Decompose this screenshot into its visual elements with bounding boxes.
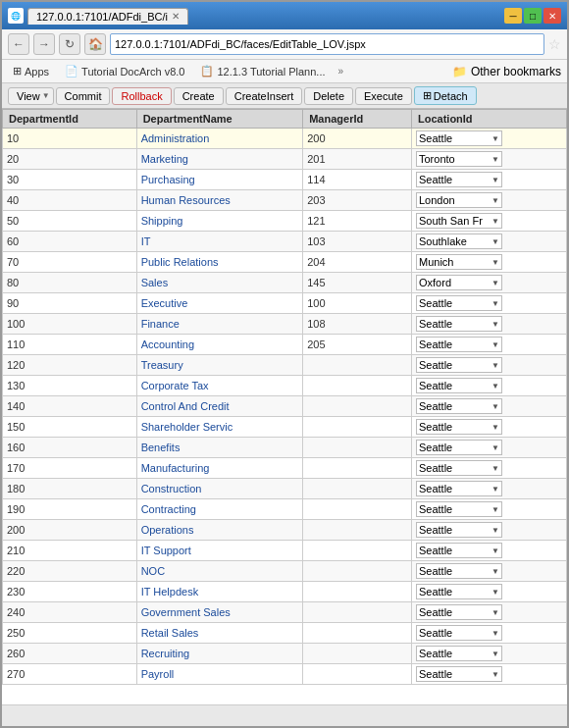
location-select[interactable]: SeattleTorontoLondonSouth San FrSouthlak…	[416, 398, 502, 414]
cell-location[interactable]: SeattleTorontoLondonSouth San FrSouthlak…	[411, 376, 566, 396]
cell-location[interactable]: SeattleTorontoLondonSouth San FrSouthlak…	[411, 417, 566, 438]
location-select[interactable]: SeattleTorontoLondonSouth San FrSouthlak…	[416, 584, 502, 599]
location-select[interactable]: SeattleTorontoLondonSouth San FrSouthlak…	[416, 254, 502, 270]
cell-dept-name[interactable]: NOC	[136, 561, 303, 582]
location-select[interactable]: SeattleTorontoLondonSouth San FrSouthlak…	[416, 378, 502, 393]
location-select[interactable]: SeattleTorontoLondonSouth San FrSouthlak…	[416, 337, 502, 352]
cell-location[interactable]: SeattleTorontoLondonSouth San FrSouthlak…	[411, 561, 566, 582]
cell-dept-name[interactable]: Human Resources	[136, 190, 303, 211]
cell-dept-name[interactable]: Government Sales	[136, 602, 303, 623]
cell-location[interactable]: SeattleTorontoLondonSouth San FrSouthlak…	[411, 623, 566, 644]
cell-dept-name[interactable]: Contracting	[136, 499, 303, 520]
view-button[interactable]: View ▼	[8, 87, 54, 105]
cell-location[interactable]: SeattleTorontoLondonSouth San FrSouthlak…	[411, 314, 566, 335]
location-select[interactable]: SeattleTorontoLondonSouth San FrSouthlak…	[416, 440, 502, 455]
back-button[interactable]: ←	[8, 33, 29, 55]
minimize-button[interactable]: ─	[504, 8, 522, 24]
location-select[interactable]: SeattleTorontoLondonSouth San FrSouthlak…	[416, 604, 502, 620]
location-select[interactable]: SeattleTorontoLondonSouth San FrSouthlak…	[416, 501, 502, 517]
cell-location[interactable]: SeattleTorontoLondonSouth San FrSouthlak…	[411, 149, 566, 170]
bookmarks-more[interactable]: »	[338, 66, 344, 77]
createinsert-button[interactable]: CreateInsert	[226, 87, 303, 105]
tab-close-button[interactable]: ✕	[172, 11, 180, 22]
cell-location[interactable]: SeattleTorontoLondonSouth San FrSouthlak…	[411, 664, 566, 685]
bookmark-star[interactable]: ☆	[548, 36, 561, 52]
cell-dept-name[interactable]: Purchasing	[136, 170, 303, 190]
cell-location[interactable]: SeattleTorontoLondonSouth San FrSouthlak…	[411, 170, 566, 190]
cell-dept-name[interactable]: IT	[136, 232, 303, 252]
execute-button[interactable]: Execute	[355, 87, 412, 105]
create-button[interactable]: Create	[174, 87, 224, 105]
cell-dept-name[interactable]: Executive	[136, 293, 303, 314]
cell-location[interactable]: SeattleTorontoLondonSouth San FrSouthlak…	[411, 458, 566, 479]
bookmark-tutorial[interactable]: 📋 12.1.3 Tutorial Plann...	[195, 63, 330, 79]
cell-location[interactable]: SeattleTorontoLondonSouth San FrSouthlak…	[411, 499, 566, 520]
location-select[interactable]: SeattleTorontoLondonSouth San FrSouthlak…	[416, 563, 502, 579]
cell-dept-name[interactable]: Accounting	[136, 335, 303, 355]
location-select[interactable]: SeattleTorontoLondonSouth San FrSouthlak…	[416, 522, 502, 538]
cell-dept-name[interactable]: Marketing	[136, 149, 303, 170]
cell-location[interactable]: SeattleTorontoLondonSouth San FrSouthlak…	[411, 541, 566, 561]
cell-location[interactable]: SeattleTorontoLondonSouth San FrSouthlak…	[411, 190, 566, 211]
location-select[interactable]: SeattleTorontoLondonSouth San FrSouthlak…	[416, 543, 502, 558]
cell-location[interactable]: SeattleTorontoLondonSouth San FrSouthlak…	[411, 252, 566, 273]
cell-location[interactable]: SeattleTorontoLondonSouth San FrSouthlak…	[411, 479, 566, 499]
location-select[interactable]: SeattleTorontoLondonSouth San FrSouthlak…	[416, 460, 502, 476]
home-button[interactable]: 🏠	[84, 33, 106, 55]
cell-dept-name[interactable]: Shipping	[136, 211, 303, 232]
cell-location[interactable]: SeattleTorontoLondonSouth San FrSouthlak…	[411, 644, 566, 664]
delete-button[interactable]: Delete	[304, 87, 353, 105]
cell-dept-name[interactable]: Construction	[136, 479, 303, 499]
cell-dept-name[interactable]: IT Helpdesk	[136, 582, 303, 602]
location-select[interactable]: SeattleTorontoLondonSouth San FrSouthlak…	[416, 666, 502, 682]
cell-dept-name[interactable]: Shareholder Servic	[136, 417, 303, 438]
cell-dept-name[interactable]: Sales	[136, 273, 303, 293]
cell-dept-name[interactable]: Recruiting	[136, 644, 303, 664]
cell-dept-name[interactable]: Finance	[136, 314, 303, 335]
cell-location[interactable]: SeattleTorontoLondonSouth San FrSouthlak…	[411, 582, 566, 602]
rollback-button[interactable]: Rollback	[112, 87, 171, 105]
detach-button[interactable]: ⊞ Detach	[414, 86, 477, 105]
cell-location[interactable]: SeattleTorontoLondonSouth San FrSouthlak…	[411, 602, 566, 623]
cell-location[interactable]: SeattleTorontoLondonSouth San FrSouthlak…	[411, 335, 566, 355]
commit-button[interactable]: Commit	[56, 87, 111, 105]
location-select[interactable]: SeattleTorontoLondonSouth San FrSouthlak…	[416, 275, 502, 290]
cell-dept-name[interactable]: Control And Credit	[136, 396, 303, 417]
location-select[interactable]: SeattleTorontoLondonSouth San FrSouthlak…	[416, 419, 502, 435]
forward-button[interactable]: →	[33, 33, 55, 55]
cell-dept-name[interactable]: Public Relations	[136, 252, 303, 273]
cell-location[interactable]: SeattleTorontoLondonSouth San FrSouthlak…	[411, 129, 566, 149]
cell-dept-name[interactable]: Corporate Tax	[136, 376, 303, 396]
cell-dept-name[interactable]: IT Support	[136, 541, 303, 561]
location-select[interactable]: SeattleTorontoLondonSouth San FrSouthlak…	[416, 192, 502, 208]
bookmark-apps[interactable]: ⊞ Apps	[8, 63, 54, 79]
cell-dept-name[interactable]: Manufacturing	[136, 458, 303, 479]
browser-tab[interactable]: 127.0.0.1:7101/ADFdi_BC/i ✕	[27, 8, 188, 25]
location-select[interactable]: SeattleTorontoLondonSouth San FrSouthlak…	[416, 625, 502, 641]
location-select[interactable]: SeattleTorontoLondonSouth San FrSouthlak…	[416, 295, 502, 311]
cell-dept-name[interactable]: Treasury	[136, 355, 303, 376]
cell-dept-name[interactable]: Retail Sales	[136, 623, 303, 644]
cell-location[interactable]: SeattleTorontoLondonSouth San FrSouthlak…	[411, 438, 566, 458]
cell-dept-name[interactable]: Payroll	[136, 664, 303, 685]
cell-location[interactable]: SeattleTorontoLondonSouth San FrSouthlak…	[411, 293, 566, 314]
cell-dept-name[interactable]: Benefits	[136, 438, 303, 458]
bookmark-docarch[interactable]: 📄 Tutorial DocArch v8.0	[60, 63, 189, 79]
location-select[interactable]: SeattleTorontoLondonSouth San FrSouthlak…	[416, 234, 502, 249]
location-select[interactable]: SeattleTorontoLondonSouth San FrSouthlak…	[416, 316, 502, 332]
cell-location[interactable]: SeattleTorontoLondonSouth San FrSouthlak…	[411, 273, 566, 293]
cell-location[interactable]: SeattleTorontoLondonSouth San FrSouthlak…	[411, 211, 566, 232]
location-select[interactable]: SeattleTorontoLondonSouth San FrSouthlak…	[416, 481, 502, 496]
cell-dept-name[interactable]: Administration	[136, 129, 303, 149]
close-button[interactable]: ✕	[543, 8, 561, 24]
location-select[interactable]: SeattleTorontoLondonSouth San FrSouthlak…	[416, 151, 502, 167]
cell-location[interactable]: SeattleTorontoLondonSouth San FrSouthlak…	[411, 355, 566, 376]
address-input[interactable]	[110, 33, 544, 55]
location-select[interactable]: SeattleTorontoLondonSouth San FrSouthlak…	[416, 130, 502, 146]
location-select[interactable]: SeattleTorontoLondonSouth San FrSouthlak…	[416, 357, 502, 373]
cell-dept-name[interactable]: Operations	[136, 520, 303, 541]
maximize-button[interactable]: □	[524, 8, 542, 24]
location-select[interactable]: SeattleTorontoLondonSouth San FrSouthlak…	[416, 172, 502, 187]
other-bookmarks-label[interactable]: Other bookmarks	[471, 65, 561, 78]
location-select[interactable]: SeattleTorontoLondonSouth San FrSouthlak…	[416, 213, 502, 229]
